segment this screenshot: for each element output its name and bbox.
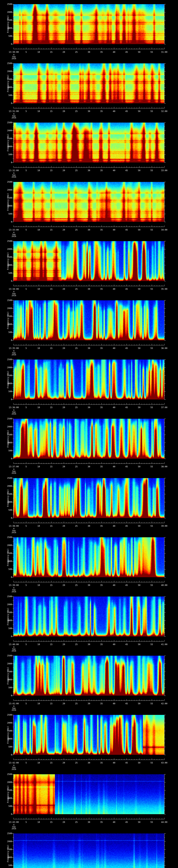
- time-tick-label: 15: [50, 525, 53, 527]
- frequency-tick-label: 500: [0, 627, 12, 629]
- frequency-axis-label: Frequency (Hz): [7, 549, 9, 566]
- frequency-tick-label: 1000: [0, 738, 12, 740]
- frequency-axis-label: Frequency (Hz): [7, 489, 9, 507]
- frequency-axis-label: Frequency (Hz): [7, 726, 9, 744]
- time-tick-label: 50: [138, 406, 140, 408]
- time-tick-label: 55: [151, 110, 153, 112]
- time-tick-label: 10: [37, 466, 40, 468]
- date-line: 2016: [12, 294, 16, 297]
- time-tick-label: 50: [138, 525, 140, 527]
- frequency-axis-label: Frequency (Hz): [7, 667, 9, 684]
- frequency-tick-label: 0: [0, 754, 12, 756]
- time-tick-label: 20: [63, 643, 65, 646]
- frequency-tick-label: 500: [0, 331, 12, 333]
- frequency-tick-label: 0: [0, 280, 12, 282]
- frequency-tick-label: 1500: [0, 730, 12, 732]
- frequency-tick-label: 2500: [0, 3, 12, 5]
- time-tick-label: 35: [100, 584, 103, 586]
- time-tick-label: 55: [151, 466, 153, 468]
- time-tick-label: 30: [88, 288, 90, 290]
- end-time-label: 37:00: [161, 406, 168, 408]
- time-tick-label: 50: [138, 229, 140, 231]
- frequency-tick-label: 500: [0, 687, 12, 689]
- time-tick-label: 45: [125, 821, 128, 823]
- frequency-tick-label: 2500: [0, 655, 12, 657]
- time-tick-label: 40: [113, 821, 115, 823]
- frequency-tick-label: 1000: [0, 27, 12, 29]
- time-tick-label: 50: [138, 347, 140, 349]
- frequency-tick-label: 0: [0, 102, 12, 104]
- frequency-tick-label: 2000: [0, 11, 12, 13]
- frequency-tick-label: 1500: [0, 78, 12, 81]
- time-tick-label: 55: [151, 762, 153, 764]
- time-tick-label: 50: [138, 821, 140, 823]
- end-time-label: 44:00: [161, 821, 168, 823]
- time-tick-label: 55: [151, 229, 153, 231]
- frequency-tick-label: 2000: [0, 129, 12, 132]
- frequency-tick-label: 2000: [0, 248, 12, 250]
- time-tick-label: 40: [113, 525, 115, 527]
- time-tick-label: 20: [63, 347, 65, 349]
- time-tick-label: 20: [63, 51, 65, 53]
- frequency-tick-label: 1500: [0, 789, 12, 791]
- time-tick-label: 35: [100, 525, 103, 527]
- time-tick-label: 35: [100, 466, 103, 468]
- end-time-label: 36:00: [161, 347, 168, 349]
- time-tick-label: 45: [125, 229, 128, 231]
- frequency-tick-label: 500: [0, 391, 12, 393]
- frequency-tick-label: 1000: [0, 856, 12, 859]
- time-tick-label: 45: [125, 288, 128, 290]
- date-line: 2016: [12, 58, 16, 60]
- frequency-axis-label: Frequency (Hz): [7, 371, 9, 388]
- start-time-label: 13:33:00: [9, 229, 19, 231]
- time-tick-label: 30: [88, 466, 90, 468]
- time-tick-label: 30: [88, 406, 90, 408]
- time-tick-label: 25: [75, 110, 78, 112]
- time-tick-label: 10: [37, 762, 40, 764]
- time-tick-label: 45: [125, 466, 128, 468]
- time-tick-label: 5: [26, 288, 27, 290]
- time-tick-label: 10: [37, 110, 40, 112]
- frequency-tick-label: 1500: [0, 552, 12, 554]
- end-time-label: 35:00: [161, 288, 168, 290]
- end-time-label: 41:00: [161, 643, 168, 646]
- time-tick-label: 55: [151, 288, 153, 290]
- time-tick-label: 15: [50, 584, 53, 586]
- time-tick-label: 15: [50, 169, 53, 172]
- frequency-tick-label: 1500: [0, 197, 12, 199]
- frequency-tick-label: 1000: [0, 501, 12, 503]
- time-tick-label: 25: [75, 525, 78, 527]
- time-tick-label: 35: [100, 110, 103, 112]
- date-line: 2016: [12, 117, 16, 119]
- time-tick-label: 40: [113, 466, 115, 468]
- frequency-axis-label: Frequency (Hz): [7, 74, 9, 92]
- time-tick-label: 45: [125, 169, 128, 172]
- end-time-label: 42:00: [161, 703, 168, 705]
- frequency-tick-label: 500: [0, 864, 12, 866]
- time-tick-label: 55: [151, 406, 153, 408]
- frequency-tick-label: 1000: [0, 679, 12, 681]
- frequency-tick-label: 1000: [0, 205, 12, 207]
- time-tick-label: 5: [26, 229, 27, 231]
- frequency-tick-label: 2000: [0, 485, 12, 487]
- frequency-tick-label: 2500: [0, 240, 12, 242]
- time-tick-label: 5: [26, 110, 27, 112]
- date-line: 2016: [12, 413, 16, 415]
- start-time-label: 13:34:00: [9, 288, 19, 290]
- time-tick-label: 45: [125, 643, 128, 646]
- frequency-tick-label: 2500: [0, 122, 12, 124]
- frequency-tick-label: 1000: [0, 146, 12, 148]
- frequency-tick-label: 0: [0, 636, 12, 638]
- time-tick-label: 25: [75, 821, 78, 823]
- end-time-label: 34:00: [161, 229, 168, 231]
- time-tick-label: 50: [138, 643, 140, 646]
- time-tick-label: 30: [88, 51, 90, 53]
- time-tick-label: 40: [113, 110, 115, 112]
- frequency-tick-label: 1000: [0, 560, 12, 562]
- frequency-tick-label: 2000: [0, 781, 12, 783]
- time-tick-label: 20: [63, 762, 65, 764]
- start-time-label: 13:41:00: [9, 703, 19, 705]
- time-tick-label: 15: [50, 288, 53, 290]
- frequency-tick-label: 0: [0, 517, 12, 519]
- time-tick-label: 20: [63, 703, 65, 705]
